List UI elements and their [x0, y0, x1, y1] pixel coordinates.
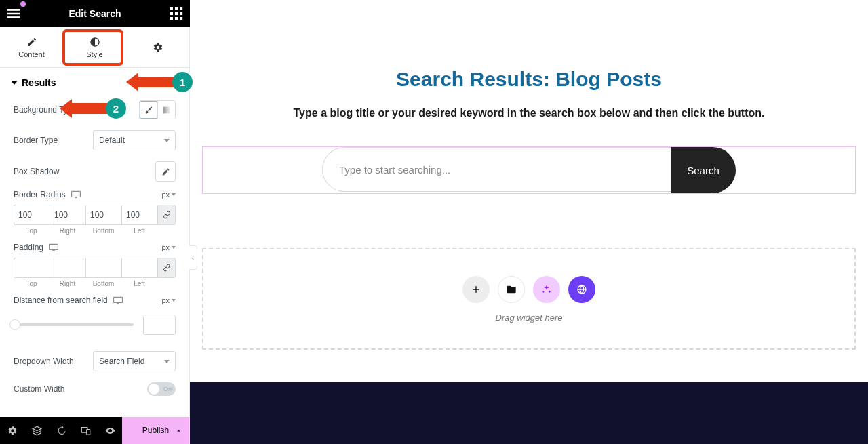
tab-content-label: Content [18, 50, 45, 58]
distance-slider[interactable] [14, 323, 134, 326]
svg-rect-12 [163, 106, 170, 113]
link-values-button[interactable] [157, 258, 176, 278]
tab-advanced[interactable] [126, 27, 189, 67]
svg-rect-10 [175, 17, 178, 20]
publish-button[interactable]: Publish [122, 417, 189, 444]
footer-responsive[interactable] [73, 417, 98, 444]
svg-rect-0 [7, 9, 20, 11]
panel-title: Edit Search [20, 8, 170, 19]
widget-dropzone[interactable]: Drag widget here [202, 248, 856, 350]
custom-width-toggle[interactable]: On [147, 382, 176, 396]
control-box-shadow: Box Shadow [0, 156, 189, 187]
select-border-type[interactable]: Default [93, 130, 176, 150]
bg-type-gradient[interactable] [157, 101, 175, 119]
page-footer-section [190, 382, 868, 444]
editor-panel: Content Style 1 2 Results B [0, 27, 190, 444]
folder-button[interactable] [498, 276, 525, 303]
control-dropdown-width: Dropdown Width Search Field [0, 346, 189, 377]
svg-rect-8 [180, 12, 182, 15]
control-border-type: Border Type Default [0, 125, 189, 156]
globe-button[interactable] [568, 276, 595, 303]
control-custom-width: Custom Width On [0, 377, 189, 401]
svg-rect-9 [170, 17, 173, 20]
padding-left[interactable] [121, 258, 157, 278]
radius-right[interactable] [50, 205, 85, 225]
unit-px[interactable]: px [161, 296, 176, 304]
tab-style-label: Style [86, 50, 102, 58]
menu-button[interactable] [7, 7, 20, 20]
unit-px[interactable]: px [161, 190, 176, 199]
svg-rect-5 [180, 7, 182, 10]
svg-rect-4 [175, 7, 178, 10]
responsive-icon[interactable] [113, 296, 123, 304]
editor-canvas: Search Results: Blog Posts Type a blog t… [190, 27, 868, 444]
panel-topbar: Edit Search [0, 0, 190, 27]
link-values-button[interactable] [157, 205, 176, 225]
svg-rect-2 [7, 16, 20, 18]
search-widget[interactable]: Search [202, 146, 856, 194]
padding-bottom[interactable] [85, 258, 121, 278]
control-border-radius: Border Radius px Top Right [0, 187, 189, 240]
svg-rect-1 [7, 13, 20, 15]
svg-rect-14 [75, 197, 77, 198]
footer-navigator[interactable] [24, 417, 49, 444]
tab-content[interactable]: Content [0, 27, 63, 67]
radius-left[interactable] [121, 205, 157, 225]
search-button[interactable]: Search [671, 147, 736, 193]
unsaved-indicator [20, 1, 26, 7]
collapse-panel[interactable]: ‹ [189, 245, 197, 270]
drag-hint: Drag widget here [496, 312, 563, 323]
svg-rect-7 [175, 12, 178, 15]
bg-type-classic[interactable] [140, 101, 157, 119]
svg-rect-16 [52, 250, 55, 251]
radius-top[interactable] [14, 205, 50, 225]
padding-top[interactable] [14, 258, 50, 278]
distance-input[interactable] [143, 315, 176, 335]
ai-button[interactable] [533, 276, 560, 303]
section-results[interactable]: Results [0, 68, 189, 95]
svg-rect-20 [86, 429, 90, 435]
control-distance: Distance from search field px [0, 293, 189, 305]
footer-settings[interactable] [0, 417, 24, 444]
tab-style[interactable]: Style [63, 27, 126, 67]
apps-button[interactable] [170, 7, 183, 20]
responsive-icon[interactable] [71, 190, 81, 199]
caret-down-icon [11, 81, 18, 85]
add-widget-button[interactable] [462, 276, 490, 303]
svg-rect-3 [170, 7, 173, 10]
svg-rect-15 [50, 244, 58, 249]
padding-right[interactable] [50, 258, 85, 278]
svg-rect-18 [117, 303, 119, 304]
unit-px[interactable]: px [161, 243, 176, 251]
footer-preview[interactable] [98, 417, 122, 444]
svg-rect-6 [170, 12, 173, 15]
section-results-label: Results [22, 77, 56, 88]
page-sub: Type a blog title or your desired keywor… [210, 107, 848, 119]
control-padding: Padding px Top Right [0, 240, 189, 293]
panel-tabs: Content Style [0, 27, 189, 68]
panel-footer: Publish [0, 417, 189, 444]
svg-rect-13 [71, 191, 80, 197]
search-input[interactable] [322, 147, 671, 192]
responsive-icon[interactable] [49, 243, 58, 251]
radius-bottom[interactable] [85, 205, 121, 225]
svg-rect-11 [180, 17, 182, 20]
control-background-type: Background Type [0, 95, 189, 125]
svg-rect-17 [113, 297, 122, 302]
select-dropdown-width[interactable]: Search Field [93, 351, 176, 371]
page-heading: Search Results: Blog Posts [210, 68, 848, 91]
box-shadow-button[interactable] [155, 161, 176, 182]
footer-history[interactable] [49, 417, 73, 444]
